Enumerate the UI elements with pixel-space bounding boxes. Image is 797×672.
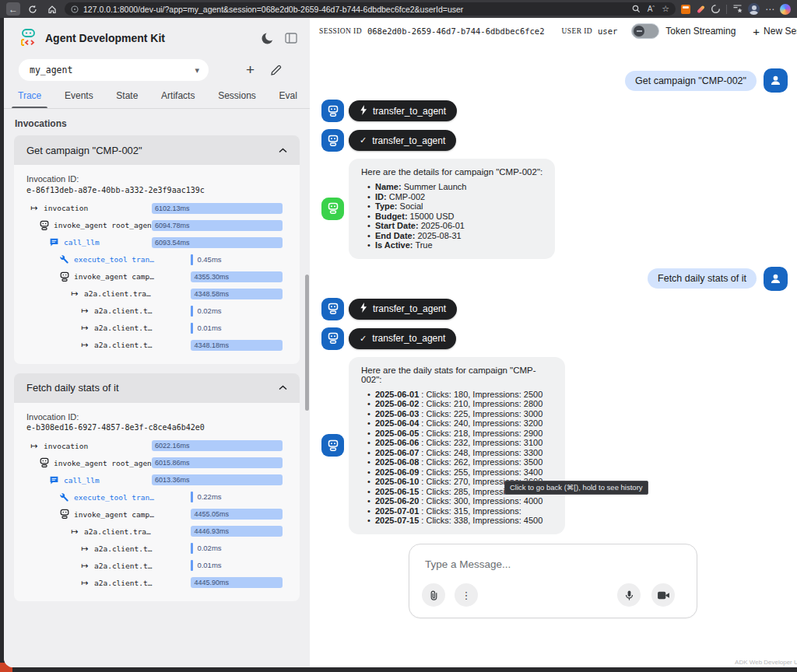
read-aloud-icon[interactable]: A^ [648, 5, 655, 13]
invocation-card-body: Invocation ID: e-b308ed16-6927-4857-8e3f… [14, 403, 300, 602]
stats-card-intro: Here are the daily stats for campaign "C… [361, 366, 553, 384]
browser-reload-button[interactable] [26, 2, 40, 16]
arrow-icon: ↦ [79, 578, 90, 588]
app-window: Agent Development Kit my_agent ▾ + Trace… [4, 18, 797, 667]
trace-span-bar: 4455.05ms [191, 509, 283, 520]
invocation-card-header[interactable]: Get campaign "CMP-002" [14, 135, 300, 165]
trace-span-row[interactable]: ↦ invocation 6022.16ms [26, 437, 289, 454]
trace-span-row[interactable]: execute_tool tran… 0.22ms [26, 488, 289, 506]
trace-span-row[interactable]: ↦ a2a.client.t… 0.01ms [26, 557, 289, 574]
bolt-icon [360, 105, 367, 117]
invocation-title: Fetch daily stats of it [26, 382, 279, 394]
tool-call-chip[interactable]: transfer_to_agent [349, 100, 457, 121]
tool-chip-group-2: transfer_to_agent ✓ transfer_to_agent [321, 298, 788, 350]
agent-select-value: my_agent [30, 65, 195, 75]
tab-trace[interactable]: Trace [16, 90, 43, 108]
tab-events[interactable]: Events [63, 90, 95, 108]
list-item: 2025-06-08 : Clicks: 262, Impressions: 3… [375, 457, 553, 467]
collections-icon[interactable] [732, 4, 743, 14]
attach-file-button[interactable] [422, 583, 445, 607]
trace-span-row[interactable]: call_llm 6093.54ms [26, 234, 289, 251]
plus-icon: + [246, 61, 255, 79]
token-streaming-toggle[interactable] [631, 23, 659, 39]
tab-artifacts[interactable]: Artifacts [160, 90, 196, 108]
list-item: 2025-06-20 : Clicks: 300, Impressions: 4… [375, 496, 553, 506]
extension-icon-ring[interactable] [711, 4, 721, 14]
trace-span-tick [191, 543, 193, 554]
trace-span-row[interactable]: ↦ a2a.client.t… 0.02ms [26, 540, 289, 557]
trace-span-row[interactable]: ↦ a2a.client.t… 0.01ms [26, 320, 289, 337]
mic-icon [623, 590, 635, 601]
chat-icon [48, 475, 60, 485]
robot-icon [38, 457, 50, 468]
browser-home-button[interactable] [45, 2, 59, 16]
trace-span-row[interactable]: call_llm 6013.36ms [26, 471, 289, 488]
panel-icon [285, 33, 297, 44]
favorite-star-icon[interactable]: ☆ [662, 4, 669, 14]
tab-state[interactable]: State [114, 90, 139, 108]
tool-call-chip[interactable]: ✓ transfer_to_agent [349, 328, 456, 349]
list-item: Is Active: True [375, 240, 542, 250]
trace-span-row[interactable]: invoke_agent root_agent 6015.86ms [26, 454, 289, 471]
message-input[interactable]: Type a Message... [425, 558, 511, 570]
trace-span-row[interactable]: invoke_agent camp… 4455.05ms [26, 506, 289, 523]
plus-icon: + [753, 25, 760, 38]
sidebar: Agent Development Kit my_agent ▾ + Trace… [4, 18, 310, 667]
tool-chip-label: transfer_to_agent [373, 303, 446, 314]
wrench-icon [58, 254, 70, 264]
check-icon: ✓ [360, 334, 367, 344]
user-message-bubble: Get campaign "CMP-002" [625, 71, 757, 91]
trace-span-label: invoke_agent camp… [74, 510, 154, 519]
dark-mode-toggle[interactable] [261, 32, 274, 45]
trace-span-label: a2a.client.tra… [84, 289, 151, 298]
video-button[interactable] [651, 583, 675, 607]
trace-span-tick [191, 254, 193, 265]
footer-note: ADK Web Developer UI [735, 659, 797, 666]
agent-select[interactable]: my_agent ▾ [19, 59, 209, 81]
list-item: 2025-06-09 : Clicks: 255, Impressions: 3… [375, 467, 553, 478]
trace-span-row[interactable]: invoke_agent camp… 4355.30ms [26, 268, 289, 285]
zoom-icon[interactable] [632, 5, 641, 13]
arrow-icon: ↦ [79, 306, 90, 316]
app-title: Agent Development Kit [45, 32, 250, 44]
robot-icon [58, 271, 70, 282]
invocation-card-header[interactable]: Fetch daily stats of it [14, 373, 300, 403]
address-bar[interactable]: 127.0.0.1:8000/dev-ui/?app=my_agent&sess… [65, 2, 676, 16]
list-item: Budget: 15000 USD [375, 212, 542, 222]
browser-back-button[interactable]: ← [6, 2, 20, 16]
extension-icon-orange[interactable] [681, 5, 690, 14]
tool-chip-row: transfer_to_agent [321, 298, 788, 320]
edit-agent-button[interactable] [270, 65, 282, 76]
bolt-icon [360, 303, 367, 315]
tab-sessions[interactable]: Sessions [216, 90, 258, 108]
tool-chip-group-1: transfer_to_agent ✓ transfer_to_agent [321, 100, 788, 152]
sidebar-scrollbar[interactable] [305, 275, 309, 411]
tool-call-chip[interactable]: transfer_to_agent [349, 299, 457, 320]
new-session-button[interactable]: + New Session [753, 25, 797, 38]
more-options-button[interactable]: ⋮ [455, 583, 478, 607]
chevron-up-icon [279, 385, 287, 390]
toolbar-divider [726, 5, 727, 14]
trace-span-row[interactable]: ↦ a2a.client.t… 0.02ms [26, 303, 289, 320]
collapse-panel-button[interactable] [285, 33, 297, 44]
bot-avatar-blue [321, 327, 344, 350]
list-item: Start Date: 2025-06-01 [375, 221, 542, 231]
trace-span-row[interactable]: ↦ invocation 6102.13ms [26, 200, 289, 217]
trace-span-row[interactable]: ↦ a2a.client.t… 4348.18ms [26, 337, 289, 354]
browser-chrome: ← 127.0.0.1:8000/dev-ui/?app=my_agent&se… [0, 0, 797, 18]
trace-span-label: a2a.client.t… [94, 341, 152, 349]
tool-call-chip[interactable]: ✓ transfer_to_agent [349, 130, 456, 151]
browser-profile-avatar[interactable] [748, 3, 760, 15]
tool-chip-row: transfer_to_agent [321, 100, 788, 122]
extension-icon-pencil[interactable] [696, 5, 705, 14]
trace-span-row[interactable]: ↦ a2a.client.t… 4445.90ms [26, 574, 289, 591]
trace-span-row[interactable]: ↦ a2a.client.tra… 4348.58ms [26, 285, 289, 303]
trace-span-row[interactable]: invoke_agent root_agent 6094.78ms [26, 217, 289, 234]
tab-eval[interactable]: Eval [278, 90, 299, 108]
trace-span-row[interactable]: execute_tool tran… 0.45ms [26, 251, 289, 268]
copilot-icon[interactable] [780, 4, 791, 15]
trace-span-row[interactable]: ↦ a2a.client.tra… 4446.93ms [26, 523, 289, 540]
browser-menu-icon[interactable]: ⋯ [765, 4, 774, 15]
microphone-button[interactable] [617, 583, 641, 607]
add-session-button[interactable]: + [246, 61, 255, 79]
